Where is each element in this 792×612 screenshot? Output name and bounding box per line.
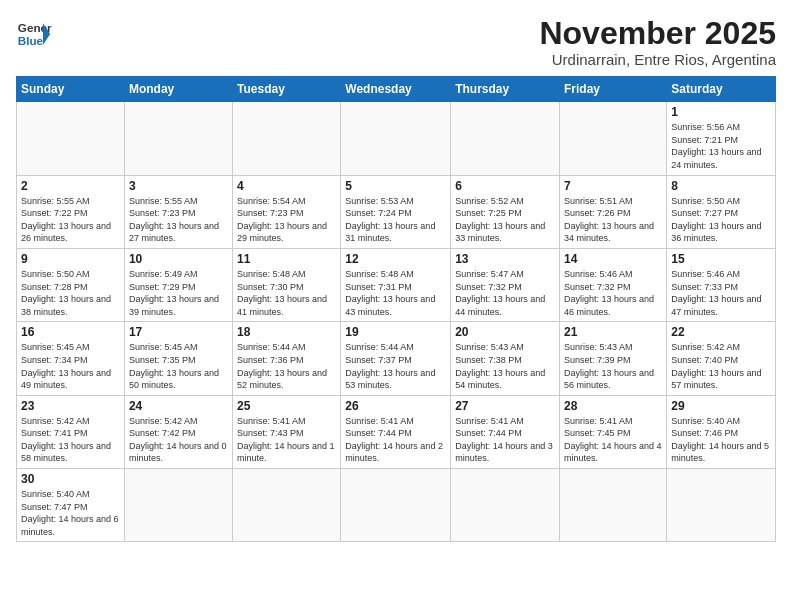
logo: General Blue [16,16,52,52]
location-title: Urdinarrain, Entre Rios, Argentina [539,51,776,68]
day-number: 29 [671,399,771,413]
header-monday: Monday [124,77,232,102]
day-number: 20 [455,325,555,339]
day-cell-0 [667,469,776,542]
day-cell-0 [124,469,232,542]
day-cell-0 [17,102,125,175]
title-area: November 2025 Urdinarrain, Entre Rios, A… [539,16,776,68]
day-number: 15 [671,252,771,266]
day-cell-10: 10Sunrise: 5:49 AMSunset: 7:29 PMDayligh… [124,248,232,321]
day-info: Sunrise: 5:44 AMSunset: 7:37 PMDaylight:… [345,341,446,391]
day-cell-24: 24Sunrise: 5:42 AMSunset: 7:42 PMDayligh… [124,395,232,468]
day-cell-0 [124,102,232,175]
day-cell-15: 15Sunrise: 5:46 AMSunset: 7:33 PMDayligh… [667,248,776,321]
day-number: 10 [129,252,228,266]
day-cell-7: 7Sunrise: 5:51 AMSunset: 7:26 PMDaylight… [560,175,667,248]
day-number: 1 [671,105,771,119]
calendar-row-5: 23Sunrise: 5:42 AMSunset: 7:41 PMDayligh… [17,395,776,468]
day-number: 9 [21,252,120,266]
day-cell-25: 25Sunrise: 5:41 AMSunset: 7:43 PMDayligh… [233,395,341,468]
day-cell-2: 2Sunrise: 5:55 AMSunset: 7:22 PMDaylight… [17,175,125,248]
day-number: 21 [564,325,662,339]
day-info: Sunrise: 5:41 AMSunset: 7:44 PMDaylight:… [455,415,555,465]
day-number: 12 [345,252,446,266]
day-info: Sunrise: 5:41 AMSunset: 7:43 PMDaylight:… [237,415,336,465]
day-info: Sunrise: 5:48 AMSunset: 7:31 PMDaylight:… [345,268,446,318]
day-cell-18: 18Sunrise: 5:44 AMSunset: 7:36 PMDayligh… [233,322,341,395]
day-cell-27: 27Sunrise: 5:41 AMSunset: 7:44 PMDayligh… [451,395,560,468]
day-info: Sunrise: 5:42 AMSunset: 7:41 PMDaylight:… [21,415,120,465]
day-info: Sunrise: 5:43 AMSunset: 7:39 PMDaylight:… [564,341,662,391]
day-cell-28: 28Sunrise: 5:41 AMSunset: 7:45 PMDayligh… [560,395,667,468]
day-cell-3: 3Sunrise: 5:55 AMSunset: 7:23 PMDaylight… [124,175,232,248]
day-number: 3 [129,179,228,193]
calendar-row-3: 9Sunrise: 5:50 AMSunset: 7:28 PMDaylight… [17,248,776,321]
weekday-header-row: Sunday Monday Tuesday Wednesday Thursday… [17,77,776,102]
calendar-row-6: 30Sunrise: 5:40 AMSunset: 7:47 PMDayligh… [17,469,776,542]
day-number: 24 [129,399,228,413]
day-cell-5: 5Sunrise: 5:53 AMSunset: 7:24 PMDaylight… [341,175,451,248]
day-number: 16 [21,325,120,339]
day-info: Sunrise: 5:43 AMSunset: 7:38 PMDaylight:… [455,341,555,391]
day-number: 6 [455,179,555,193]
day-cell-12: 12Sunrise: 5:48 AMSunset: 7:31 PMDayligh… [341,248,451,321]
day-info: Sunrise: 5:47 AMSunset: 7:32 PMDaylight:… [455,268,555,318]
day-number: 23 [21,399,120,413]
day-info: Sunrise: 5:41 AMSunset: 7:45 PMDaylight:… [564,415,662,465]
month-title: November 2025 [539,16,776,51]
svg-text:Blue: Blue [18,34,44,47]
day-info: Sunrise: 5:46 AMSunset: 7:33 PMDaylight:… [671,268,771,318]
day-number: 26 [345,399,446,413]
day-cell-1: 1Sunrise: 5:56 AMSunset: 7:21 PMDaylight… [667,102,776,175]
day-number: 13 [455,252,555,266]
day-info: Sunrise: 5:56 AMSunset: 7:21 PMDaylight:… [671,121,771,171]
day-cell-16: 16Sunrise: 5:45 AMSunset: 7:34 PMDayligh… [17,322,125,395]
day-info: Sunrise: 5:55 AMSunset: 7:23 PMDaylight:… [129,195,228,245]
day-number: 4 [237,179,336,193]
calendar-row-4: 16Sunrise: 5:45 AMSunset: 7:34 PMDayligh… [17,322,776,395]
day-cell-30: 30Sunrise: 5:40 AMSunset: 7:47 PMDayligh… [17,469,125,542]
day-cell-26: 26Sunrise: 5:41 AMSunset: 7:44 PMDayligh… [341,395,451,468]
day-info: Sunrise: 5:42 AMSunset: 7:40 PMDaylight:… [671,341,771,391]
day-number: 2 [21,179,120,193]
day-number: 11 [237,252,336,266]
day-number: 14 [564,252,662,266]
header-wednesday: Wednesday [341,77,451,102]
day-cell-0 [560,102,667,175]
day-info: Sunrise: 5:42 AMSunset: 7:42 PMDaylight:… [129,415,228,465]
day-cell-19: 19Sunrise: 5:44 AMSunset: 7:37 PMDayligh… [341,322,451,395]
day-info: Sunrise: 5:48 AMSunset: 7:30 PMDaylight:… [237,268,336,318]
day-info: Sunrise: 5:55 AMSunset: 7:22 PMDaylight:… [21,195,120,245]
day-cell-4: 4Sunrise: 5:54 AMSunset: 7:23 PMDaylight… [233,175,341,248]
day-info: Sunrise: 5:40 AMSunset: 7:47 PMDaylight:… [21,488,120,538]
day-cell-13: 13Sunrise: 5:47 AMSunset: 7:32 PMDayligh… [451,248,560,321]
calendar: Sunday Monday Tuesday Wednesday Thursday… [16,76,776,542]
day-info: Sunrise: 5:44 AMSunset: 7:36 PMDaylight:… [237,341,336,391]
day-cell-22: 22Sunrise: 5:42 AMSunset: 7:40 PMDayligh… [667,322,776,395]
day-info: Sunrise: 5:40 AMSunset: 7:46 PMDaylight:… [671,415,771,465]
day-cell-29: 29Sunrise: 5:40 AMSunset: 7:46 PMDayligh… [667,395,776,468]
day-info: Sunrise: 5:50 AMSunset: 7:28 PMDaylight:… [21,268,120,318]
header-friday: Friday [560,77,667,102]
calendar-row-1: 1Sunrise: 5:56 AMSunset: 7:21 PMDaylight… [17,102,776,175]
day-cell-11: 11Sunrise: 5:48 AMSunset: 7:30 PMDayligh… [233,248,341,321]
day-number: 5 [345,179,446,193]
header-thursday: Thursday [451,77,560,102]
day-info: Sunrise: 5:49 AMSunset: 7:29 PMDaylight:… [129,268,228,318]
day-number: 27 [455,399,555,413]
day-cell-0 [341,102,451,175]
day-cell-6: 6Sunrise: 5:52 AMSunset: 7:25 PMDaylight… [451,175,560,248]
day-cell-9: 9Sunrise: 5:50 AMSunset: 7:28 PMDaylight… [17,248,125,321]
day-cell-0 [341,469,451,542]
day-info: Sunrise: 5:52 AMSunset: 7:25 PMDaylight:… [455,195,555,245]
day-cell-21: 21Sunrise: 5:43 AMSunset: 7:39 PMDayligh… [560,322,667,395]
day-info: Sunrise: 5:54 AMSunset: 7:23 PMDaylight:… [237,195,336,245]
header: General Blue November 2025 Urdinarrain, … [16,16,776,68]
day-number: 22 [671,325,771,339]
day-number: 30 [21,472,120,486]
day-number: 7 [564,179,662,193]
day-number: 8 [671,179,771,193]
header-saturday: Saturday [667,77,776,102]
day-number: 19 [345,325,446,339]
day-number: 17 [129,325,228,339]
